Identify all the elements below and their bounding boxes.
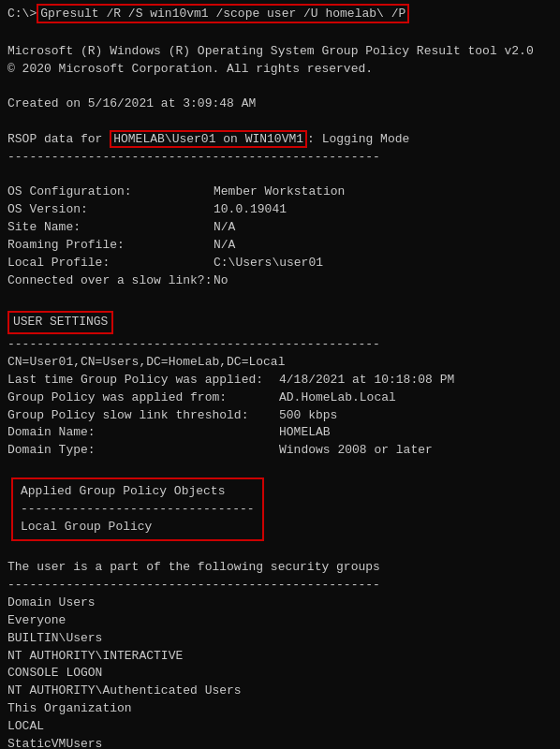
applied-gpo-section: Applied Group Policy Objects -----------…: [11, 477, 553, 542]
sg8: LOCAL: [7, 718, 553, 736]
last-gp-value: 4/18/2021 at 10:18:08 PM: [279, 372, 454, 389]
sg4: NT AUTHORITY\INTERACTIVE: [7, 648, 553, 666]
rsop-suffix: : Logging Mode: [307, 132, 409, 146]
local-profile-label: Local Profile:: [7, 255, 214, 272]
user-settings-box: USER SETTINGS: [7, 311, 113, 334]
local-profile-value: C:\Users\user01: [214, 255, 323, 272]
blank1: [7, 25, 553, 43]
os-config-value: Member Workstation: [214, 184, 345, 201]
sg2: Everyone: [7, 612, 553, 630]
domain-type-value: Windows 2008 or later: [279, 442, 433, 460]
user-settings-line: USER SETTINGS: [7, 307, 553, 336]
os-config-label: OS Configuration:: [7, 184, 214, 201]
blank5: [7, 290, 553, 308]
local-gpo: Local Group Policy: [21, 519, 255, 536]
security-groups-intro: The user is a part of the following secu…: [7, 559, 553, 577]
os-config-row: OS Configuration: Member Workstation: [7, 184, 553, 201]
blank3: [7, 113, 553, 131]
gp-from-label: Group Policy was applied from:: [7, 389, 279, 407]
slow-link-label: Connected over a slow link?:: [7, 272, 214, 290]
domain-type-row: Domain Type: Windows 2008 or later: [7, 442, 553, 460]
separator3: ----------------------------------------…: [7, 577, 553, 595]
domain-type-label: Domain Type:: [7, 442, 279, 460]
roaming-profile-row: Roaming Profile: N/A: [7, 237, 553, 255]
applied-gpo-box-wrapper: Applied Group Policy Objects -----------…: [11, 477, 264, 542]
created-on: Created on 5/16/2021 at 3:09:48 AM: [7, 95, 553, 113]
sg3: BUILTIN\Users: [7, 630, 553, 648]
site-name-value: N/A: [214, 219, 235, 237]
blank7: [7, 541, 553, 559]
command-highlight: Gpresult /R /S win10vm1 /scope user /U h…: [37, 4, 409, 23]
last-gp-label: Last time Group Policy was applied:: [7, 372, 279, 389]
site-name-label: Site Name:: [7, 219, 214, 237]
sg7: This Organization: [7, 700, 553, 718]
roaming-profile-label: Roaming Profile:: [7, 237, 214, 255]
gp-slow-label: Group Policy slow link threshold:: [7, 407, 279, 425]
domain-name-row: Domain Name: HOMELAB: [7, 424, 553, 442]
ms-header2: © 2020 Microsoft Corporation. All rights…: [7, 61, 553, 79]
gp-slow-value: 500 kbps: [279, 407, 337, 425]
terminal-window: C:\>Gpresult /R /S win10vm1 /scope user …: [7, 6, 553, 749]
roaming-profile-value: N/A: [214, 237, 235, 255]
gpo-separator: --------------------------------: [21, 501, 255, 519]
site-name-row: Site Name: N/A: [7, 219, 553, 237]
blank6: [7, 460, 553, 477]
command-line: C:\>Gpresult /R /S win10vm1 /scope user …: [7, 6, 553, 23]
gp-from-row: Group Policy was applied from: AD.HomeLa…: [7, 389, 553, 407]
rsop-user-highlight: HOMELAB\User01 on WIN10VM1: [110, 130, 307, 148]
sg1: Domain Users: [7, 595, 553, 612]
separator2: ----------------------------------------…: [7, 336, 553, 354]
domain-name-label: Domain Name:: [7, 424, 279, 442]
local-profile-row: Local Profile: C:\Users\user01: [7, 255, 553, 272]
rsop-line: RSOP data for HOMELAB\User01 on WIN10VM1…: [7, 131, 553, 149]
sg5: CONSOLE LOGON: [7, 665, 553, 683]
cn-line: CN=User01,CN=Users,DC=HomeLab,DC=Local: [7, 354, 553, 372]
os-version-row: OS Version: 10.0.19041: [7, 201, 553, 219]
gp-slow-row: Group Policy slow link threshold: 500 kb…: [7, 407, 553, 425]
sg6: NT AUTHORITY\Authenticated Users: [7, 683, 553, 700]
sg9: StaticVMUsers: [7, 736, 553, 749]
rsop-label: RSOP data for: [7, 132, 110, 146]
os-version-label: OS Version:: [7, 201, 214, 219]
blank2: [7, 78, 553, 95]
domain-name-value: HOMELAB: [279, 424, 331, 442]
ms-header1: Microsoft (R) Windows (R) Operating Syst…: [7, 43, 553, 61]
last-gp-row: Last time Group Policy was applied: 4/18…: [7, 372, 553, 389]
separator1: ----------------------------------------…: [7, 149, 553, 167]
blank4: [7, 167, 553, 184]
prompt: C:\>: [7, 7, 37, 21]
gp-from-value: AD.HomeLab.Local: [279, 389, 396, 407]
os-version-value: 10.0.19041: [214, 201, 287, 219]
slow-link-row: Connected over a slow link?: No: [7, 272, 553, 290]
applied-gpo-label: Applied Group Policy Objects: [21, 483, 255, 501]
slow-link-value: No: [214, 272, 228, 290]
